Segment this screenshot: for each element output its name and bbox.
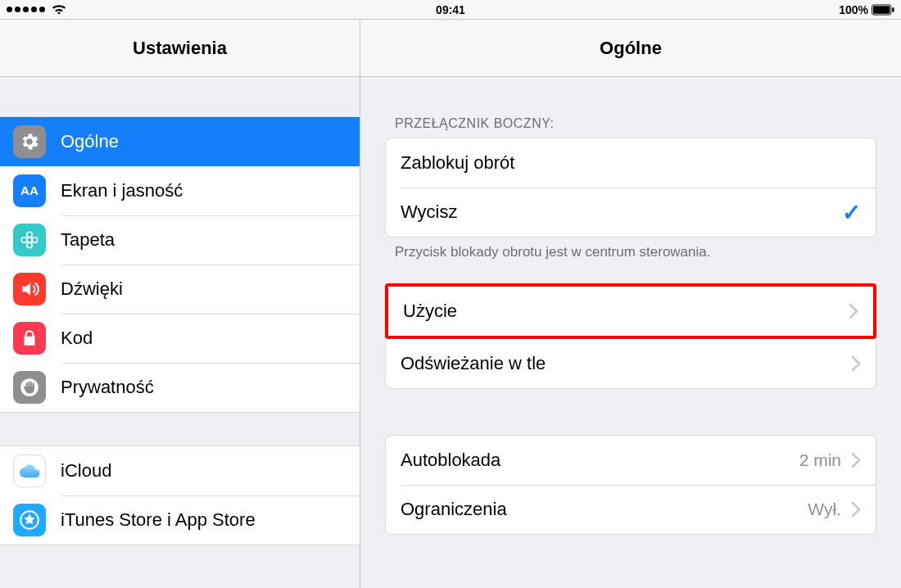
detail-pane: Ogólne Przełącznik boczny: Zablokuj obró… — [360, 20, 901, 588]
row-label: Autoblokada — [401, 450, 799, 471]
sidebar-item-privacy[interactable]: Prywatność — [0, 363, 360, 412]
chevron-right-icon — [851, 452, 861, 468]
detail-title: Ogólne — [360, 20, 901, 77]
section-footer-switch: Przycisk blokady obrotu jest w centrum s… — [385, 237, 876, 260]
status-bar: 09:41 100% — [0, 0, 901, 20]
battery-percent: 100% — [839, 3, 868, 16]
aa-icon: AA — [13, 174, 46, 207]
settings-sidebar: Ustawienia Ogólne AA Ekran i jasność — [0, 20, 360, 588]
svg-rect-2 — [892, 7, 894, 12]
background-refresh-panel: Odświeżanie w tle — [385, 339, 876, 389]
row-background-refresh[interactable]: Odświeżanie w tle — [386, 339, 876, 388]
sidebar-item-display[interactable]: AA Ekran i jasność — [0, 166, 360, 215]
sidebar-item-label: Dźwięki — [61, 278, 123, 300]
appstore-icon — [13, 504, 46, 536]
sidebar-item-appstore[interactable]: iTunes Store i App Store — [0, 495, 360, 545]
sidebar-item-label: Prywatność — [61, 377, 154, 398]
svg-point-6 — [27, 242, 33, 248]
signal-strength-icon — [7, 7, 45, 12]
sidebar-item-label: Ogólne — [61, 131, 119, 152]
svg-rect-1 — [873, 6, 890, 13]
switch-panel: Zablokuj obrót Wycisz ✓ — [385, 138, 876, 237]
svg-point-7 — [21, 237, 27, 243]
row-label: Odświeżanie w tle — [401, 353, 851, 374]
lock-icon — [13, 322, 46, 355]
chevron-right-icon — [851, 501, 861, 518]
svg-point-4 — [27, 237, 33, 243]
sidebar-item-label: iCloud — [61, 460, 111, 482]
row-usage[interactable]: Użycie — [388, 287, 873, 336]
flower-icon — [13, 224, 46, 256]
autolock-panel: Autoblokada 2 min Ograniczenia Wył. — [385, 435, 876, 535]
wifi-icon — [52, 4, 66, 16]
hand-icon — [13, 371, 46, 404]
sidebar-item-sounds[interactable]: Dźwięki — [0, 265, 360, 314]
cloud-icon — [13, 455, 46, 487]
sidebar-group: Ogólne AA Ekran i jasność Tapeta — [0, 116, 360, 413]
sidebar-title: Ustawienia — [0, 20, 360, 77]
status-left — [7, 4, 66, 16]
gear-icon — [13, 125, 46, 158]
row-label: Użycie — [403, 301, 849, 322]
usage-panel: Użycie — [385, 283, 876, 339]
speaker-icon — [13, 273, 46, 305]
section-header-switch: Przełącznik boczny: — [385, 116, 876, 138]
status-time: 09:41 — [436, 3, 465, 16]
row-label: Ograniczenia — [401, 499, 808, 520]
sidebar-item-wallpaper[interactable]: Tapeta — [0, 215, 360, 265]
row-restrictions[interactable]: Ograniczenia Wył. — [386, 485, 876, 534]
switch-option-label: Wycisz — [401, 201, 842, 223]
svg-point-8 — [32, 237, 38, 243]
switch-option-label: Zablokuj obrót — [401, 152, 861, 174]
sidebar-group: iCloud iTunes Store i App Store — [0, 446, 360, 545]
sidebar-item-label: iTunes Store i App Store — [61, 509, 256, 531]
sidebar-item-label: Tapeta — [61, 229, 115, 251]
battery-icon — [872, 4, 894, 16]
sidebar-item-label: Kod — [61, 328, 93, 349]
row-autolock[interactable]: Autoblokada 2 min — [386, 436, 876, 485]
status-right: 100% — [839, 3, 894, 16]
svg-point-5 — [27, 232, 33, 237]
svg-text:AA: AA — [20, 183, 38, 197]
sidebar-item-passcode[interactable]: Kod — [0, 314, 360, 363]
switch-option-mute[interactable]: Wycisz ✓ — [386, 188, 876, 237]
sidebar-item-label: Ekran i jasność — [61, 180, 183, 201]
row-value: 2 min — [799, 450, 841, 470]
sidebar-item-icloud[interactable]: iCloud — [0, 446, 360, 495]
sidebar-item-general[interactable]: Ogólne — [0, 117, 360, 166]
switch-option-lock-rotation[interactable]: Zablokuj obrót — [386, 138, 876, 188]
chevron-right-icon — [851, 355, 861, 372]
checkmark-icon: ✓ — [842, 199, 861, 226]
chevron-right-icon — [849, 303, 858, 319]
row-value: Wył. — [808, 500, 841, 519]
